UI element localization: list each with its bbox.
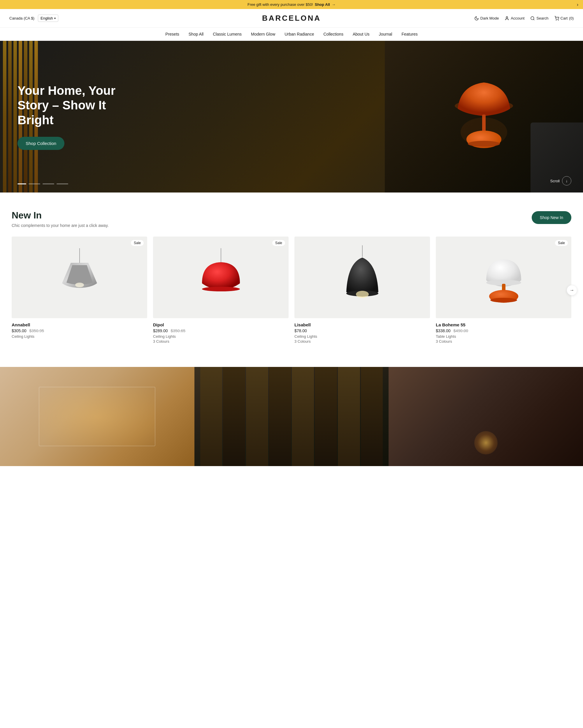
product-category-laboheme: Table Lights [436, 334, 571, 339]
hero-section: Your Home, Your Story – Show It Bright S… [0, 41, 583, 192]
account-link[interactable]: Account [505, 16, 524, 21]
lisabell-lamp-svg [343, 245, 381, 309]
product-card-laboheme[interactable]: Sale [436, 237, 571, 344]
shop-new-in-button[interactable]: Shop New In [532, 211, 571, 224]
dark-mode-label: Dark Mode [480, 16, 499, 20]
indicator-2[interactable] [29, 183, 40, 184]
site-logo[interactable]: BARCELONA [262, 14, 321, 23]
product-name-lisabell: Lisabell [295, 322, 430, 327]
hero-scroll[interactable]: Scroll ↓ [550, 176, 571, 185]
nav-item-modern-glow[interactable]: Modern Glow [251, 32, 275, 36]
svg-point-20 [490, 298, 517, 303]
svg-point-1 [531, 17, 534, 20]
price-original-dipol: $350.65 [171, 329, 186, 333]
nav-item-about-us[interactable]: About Us [353, 32, 370, 36]
price-current: $305.00 [12, 329, 27, 333]
top-nav-right: Dark Mode Account Search Cart (0) [474, 16, 574, 21]
product-category-annabell: Ceiling Lights [12, 334, 147, 339]
product-image-lisabell [295, 237, 430, 318]
product-card-lisabell[interactable]: Lisabell $78.00 Ceiling Lights 3 Colours [295, 237, 430, 344]
locale-label: Canada (CA $) [9, 16, 34, 20]
price-original-laboheme: $490.00 [453, 329, 468, 333]
announcement-link[interactable]: Shop All [315, 2, 330, 7]
shop-collection-button[interactable]: Shop Collection [18, 137, 64, 150]
search-label: Search [536, 16, 548, 20]
product-card-dipol[interactable]: Sale [153, 237, 288, 344]
close-icon[interactable]: › [577, 2, 578, 7]
hero-lamp-decoration [452, 68, 516, 157]
announcement-bar: Free gift with every purchase over $50! … [0, 0, 583, 9]
price-current-laboheme: $338.00 [436, 329, 451, 333]
indicator-3[interactable] [43, 183, 54, 184]
language-selector[interactable]: English ▾ [38, 15, 58, 22]
product-card-annabell[interactable]: Sale [12, 237, 147, 344]
svg-point-13 [202, 287, 240, 291]
product-category-dipol: Ceiling Lights [153, 334, 288, 339]
search-link[interactable]: Search [530, 16, 548, 21]
locale-area: Canada (CA $) English ▾ [9, 15, 58, 22]
dark-mode-toggle[interactable]: Dark Mode [474, 16, 499, 21]
product-name-dipol: Dipol [153, 322, 288, 327]
nav-item-classic-lumens[interactable]: Classic Lumens [213, 32, 242, 36]
svg-point-16 [356, 291, 369, 298]
svg-point-8 [461, 118, 507, 147]
product-variants-lisabell: 3 Colours [295, 339, 430, 344]
account-label: Account [511, 16, 524, 20]
svg-point-0 [506, 17, 508, 18]
price-original: $350.95 [29, 329, 44, 333]
announcement-arrow: → [332, 2, 335, 7]
chevron-down-icon: ▾ [54, 17, 56, 20]
product-name-laboheme: La Boheme 55 [436, 322, 571, 327]
lamp-svg [452, 68, 516, 155]
bottom-image-2 [194, 367, 389, 466]
svg-point-10 [75, 283, 84, 287]
cart-icon [554, 16, 559, 21]
nav-item-features[interactable]: Features [401, 32, 417, 36]
top-nav: Canada (CA $) English ▾ BARCELONA Dark M… [0, 9, 583, 28]
nav-item-journal[interactable]: Journal [379, 32, 392, 36]
hero-title: Your Home, Your Story – Show It Bright [18, 83, 128, 127]
cart-link[interactable]: Cart (0) [554, 16, 574, 21]
cart-label: Cart [560, 16, 568, 20]
hero-indicators [18, 183, 68, 184]
indicator-4[interactable] [57, 183, 68, 184]
nav-item-shop-all[interactable]: Shop All [189, 32, 203, 36]
language-label: English [40, 16, 53, 20]
products-grid: Sale [12, 237, 571, 344]
new-in-header-left: New In Chic complements to your home are… [12, 210, 109, 228]
cart-count: (0) [569, 16, 574, 20]
new-in-header: New In Chic complements to your home are… [12, 210, 571, 228]
product-price-annabell: $305.00 $350.95 [12, 329, 147, 333]
indicator-1[interactable] [18, 183, 26, 184]
laboheme-lamp-svg [480, 248, 527, 307]
hero-content: Your Home, Your Story – Show It Bright S… [0, 83, 146, 150]
product-name-annabell: Annabell [12, 322, 147, 327]
product-image-laboheme: Sale [436, 237, 571, 318]
product-variants-laboheme: 3 Colours [436, 339, 571, 344]
bottom-image-3 [389, 367, 583, 466]
product-image-dipol: Sale [153, 237, 288, 318]
new-in-subtitle: Chic complements to your home are just a… [12, 223, 109, 228]
main-nav: Presets Shop All Classic Lumens Modern G… [0, 28, 583, 41]
sale-badge-laboheme: Sale [555, 240, 568, 246]
next-arrow-button[interactable]: → [567, 285, 577, 295]
user-icon [505, 16, 509, 21]
nav-item-urban-radiance[interactable]: Urban Radiance [284, 32, 314, 36]
new-in-title: New In [12, 210, 109, 221]
sale-badge: Sale [131, 240, 144, 246]
announcement-text: Free gift with every purchase over $50! [248, 2, 313, 7]
product-price-laboheme: $338.00 $490.00 [436, 329, 571, 333]
svg-point-2 [556, 20, 556, 20]
new-in-section: New In Chic complements to your home are… [0, 192, 583, 355]
scroll-label: Scroll [550, 179, 560, 183]
product-price-dipol: $289.00 $350.65 [153, 329, 288, 333]
product-category-lisabell: Ceiling Lights [295, 334, 430, 339]
bottom-image-1 [0, 367, 194, 466]
annabell-lamp-svg [56, 248, 103, 307]
search-icon [530, 16, 535, 21]
price-current-dipol: $289.00 [153, 329, 168, 333]
nav-item-presets[interactable]: Presets [165, 32, 179, 36]
scroll-down-icon[interactable]: ↓ [562, 176, 571, 185]
product-price-lisabell: $78.00 [295, 329, 430, 333]
nav-item-collections[interactable]: Collections [323, 32, 343, 36]
